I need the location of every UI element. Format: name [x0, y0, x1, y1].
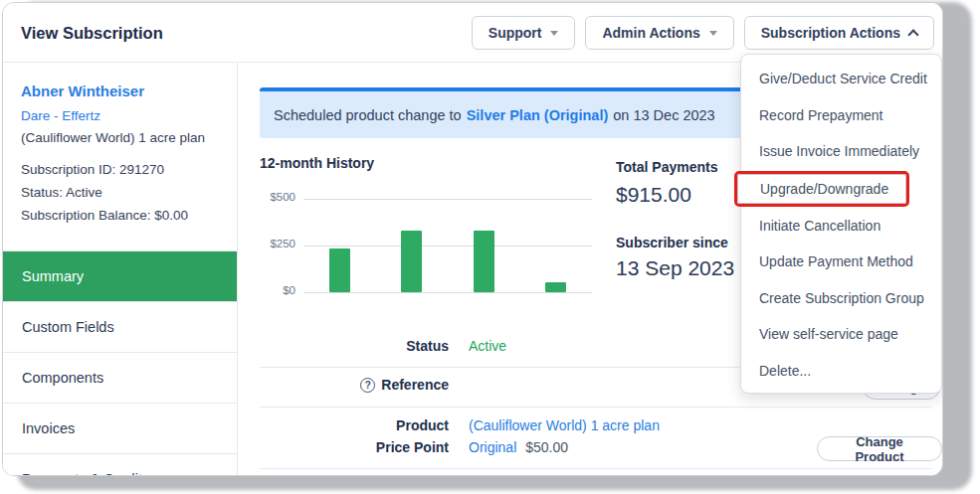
dropdown-item-issue-invoice-immediately[interactable]: Issue Invoice Immediately — [741, 133, 941, 170]
site-link[interactable]: Dare - Effertz — [21, 108, 100, 123]
subscription-actions-menu: Give/Deduct Service CreditRecord Prepaym… — [740, 54, 942, 394]
subscription-id: Subscription ID: 291270 — [21, 158, 188, 181]
chart-ytick-label: $0 — [260, 284, 295, 296]
banner-plan-link[interactable]: Silver Plan (Original) — [467, 107, 609, 123]
twelve-month-history-chart: 12-month History $500$250$0 — [260, 155, 598, 304]
divider — [260, 407, 931, 408]
status-row-label: Status — [260, 338, 449, 354]
chart-ytick-label: $500 — [260, 191, 295, 203]
support-button[interactable]: Support — [472, 16, 576, 50]
dropdown-item-record-prepayment[interactable]: Record Prepayment — [741, 97, 941, 134]
price-point-link[interactable]: Original — [469, 439, 516, 455]
dropdown-item-delete[interactable]: Delete... — [741, 353, 941, 390]
help-question-icon[interactable]: ? — [360, 378, 375, 393]
page-title: View Subscription — [21, 24, 163, 43]
subscriber-since-label: Subscriber since — [616, 235, 728, 250]
chevron-up-icon — [907, 29, 918, 40]
sidebar-item-custom-fields[interactable]: Custom Fields — [3, 301, 237, 352]
price-point-row-label: Price Point — [260, 439, 449, 455]
chart-bar — [474, 231, 494, 292]
sidebar: Abner Wintheiser Dare - Effertz (Caulifl… — [3, 63, 238, 475]
sidebar-menu: SummaryCustom FieldsComponentsInvoicesPa… — [3, 250, 237, 476]
dropdown-item-view-self-service-page[interactable]: View self-service page — [741, 316, 941, 353]
subscription-actions-button-label: Subscription Actions — [761, 25, 900, 41]
price-point-value: Original $50.00 — [469, 439, 568, 455]
support-button-label: Support — [489, 25, 542, 41]
admin-actions-button[interactable]: Admin Actions — [585, 16, 733, 50]
subscriber-since-value: 13 Sep 2023 — [616, 256, 734, 280]
dropdown-item-give-deduct-service-credit[interactable]: Give/Deduct Service Credit — [741, 61, 941, 97]
sidebar-item-components[interactable]: Components — [3, 352, 237, 403]
highlight-annotation-inner: Upgrade/Downgrade — [737, 174, 906, 204]
customer-name-link[interactable]: Abner Wintheiser — [21, 82, 144, 99]
subscription-status: Status: Active — [21, 181, 188, 204]
dropdown-item-upgrade-downgrade[interactable]: Upgrade/Downgrade — [738, 175, 905, 203]
chart-bar — [545, 282, 566, 292]
total-payments-label: Total Payments — [616, 159, 717, 175]
divider — [260, 468, 931, 469]
chart-gridline — [303, 246, 592, 247]
dropdown-item-update-payment-method[interactable]: Update Payment Method — [741, 244, 941, 280]
sidebar-item-invoices[interactable]: Invoices — [3, 403, 237, 453]
chevron-down-icon — [550, 31, 558, 36]
dropdown-item-create-subscription-group[interactable]: Create Subscription Group — [741, 280, 941, 317]
chevron-down-icon — [709, 31, 717, 36]
chart-gridline — [303, 199, 592, 200]
sidebar-item-summary[interactable]: Summary — [3, 250, 237, 301]
banner-text-prefix: Scheduled product change to — [274, 107, 462, 123]
subscription-actions-button[interactable]: Subscription Actions — [744, 16, 934, 50]
admin-actions-button-label: Admin Actions — [602, 25, 699, 41]
chart-plot — [303, 199, 592, 292]
subscription-meta: Subscription ID: 291270 Status: Active S… — [21, 158, 188, 227]
chart-ytick-label: $250 — [260, 238, 295, 249]
status-row-value: Active — [469, 338, 506, 354]
chart-gridline — [303, 292, 592, 293]
change-product-button[interactable]: Change Product — [817, 436, 942, 461]
plan-name-text: (Cauliflower World) 1 acre plan — [21, 130, 205, 145]
reference-row-label: ? Reference — [260, 377, 449, 393]
chart-bar — [329, 248, 350, 292]
chart-bar — [401, 231, 422, 292]
header-actions: SupportAdmin ActionsSubscription Actions — [472, 16, 934, 50]
app-window: View Subscription SupportAdmin ActionsSu… — [2, 2, 943, 476]
chart-title: 12-month History — [260, 155, 598, 171]
highlight-annotation-box: Upgrade/Downgrade — [734, 171, 909, 207]
total-payments-value: $915.00 — [616, 183, 691, 207]
banner-text-suffix: on 13 Dec 2023 — [613, 107, 714, 123]
price-point-amount: $50.00 — [525, 439, 568, 455]
product-row-label: Product — [260, 417, 449, 433]
sidebar-item-payments-credits[interactable]: Payments & Credits — [3, 453, 237, 476]
reference-label-text: Reference — [381, 377, 449, 393]
dropdown-item-initiate-cancellation[interactable]: Initiate Cancellation — [741, 208, 941, 245]
subscription-balance: Subscription Balance: $0.00 — [21, 204, 188, 227]
product-link[interactable]: (Cauliflower World) 1 acre plan — [469, 417, 660, 433]
